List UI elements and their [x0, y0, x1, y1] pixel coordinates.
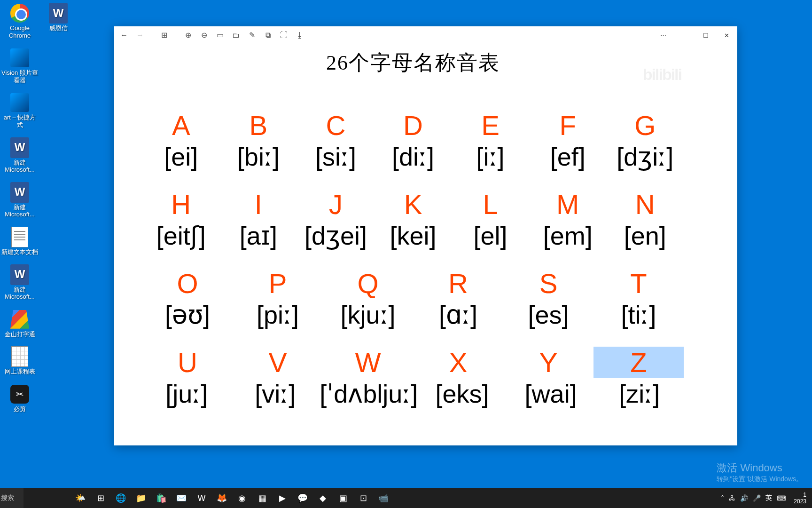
phonetic-cell: [ɑː] [413, 300, 503, 330]
phonetic-cell: [dʒiː] [606, 142, 684, 172]
letter-cell: B [220, 110, 297, 141]
chrome-task-icon[interactable]: ◉ [232, 488, 252, 508]
word-icon[interactable]: W [192, 488, 211, 508]
letter-cell: C [297, 110, 375, 141]
word-doc-letter-label: 感恩信 [49, 24, 68, 32]
tray-clock[interactable]: 1 2023 [791, 492, 809, 505]
letter-cell: P [233, 268, 323, 299]
text-doc[interactable]: 新建文本文档 [1, 226, 39, 256]
letter-cell: A [142, 110, 220, 141]
close-button[interactable]: ✕ [716, 26, 737, 44]
letter-cell: Y [503, 347, 593, 378]
letter-row: ABCDEFG [142, 110, 684, 141]
edge-icon[interactable]: 🌐 [111, 488, 131, 508]
word-doc-2[interactable]: 新建 Microsoft... [1, 181, 39, 218]
phonetic-cell: [ef] [529, 142, 607, 171]
app-2-icon[interactable]: ▶ [273, 488, 292, 508]
edit-icon[interactable]: ✎ [245, 28, 259, 42]
typing-app-label: 金山打字通 [5, 331, 35, 338]
typing-app[interactable]: 金山打字通 [1, 308, 39, 338]
activate-subtitle: 转到"设置"以激活 Windows。 [717, 475, 803, 484]
zoom-out-icon[interactable]: ⊖ [197, 28, 211, 42]
word-doc-1[interactable]: 新建 Microsoft... [1, 136, 39, 174]
shortcut-icon-label: art – 快捷方式 [1, 114, 39, 128]
tray-date: 2023 [794, 498, 806, 505]
fullscreen-icon[interactable]: ⛶ [277, 28, 291, 42]
letter-cell: G [606, 110, 684, 141]
maximize-button[interactable]: ☐ [695, 26, 716, 44]
tray-chevron-icon[interactable]: ˄ [721, 494, 724, 502]
shortcut-icon[interactable]: art – 快捷方式 [1, 91, 39, 128]
word-doc-2-label: 新建 Microsoft... [1, 204, 39, 218]
phonetic-cell: [ziː] [595, 379, 684, 409]
letter-row: UVWXYZ [142, 347, 684, 378]
tray-ime-icon[interactable]: 英 [765, 494, 772, 502]
phonetic-cell: [en] [606, 221, 684, 250]
word-doc-letter[interactable]: 感恩信 [39, 2, 77, 32]
letter-cell: Z [593, 347, 684, 378]
fit-icon[interactable]: ▭ [213, 28, 227, 42]
bixu-app-image: ✂ [8, 383, 31, 405]
word-doc-3-label: 新建 Microsoft... [1, 286, 39, 301]
letter-cell: L [452, 189, 529, 220]
text-doc-image [8, 226, 31, 248]
minimize-button[interactable]: — [674, 26, 695, 44]
letter-cell: N [606, 189, 684, 220]
phonetic-cell: [juː] [142, 379, 231, 409]
letter-cell: R [413, 268, 503, 299]
word-doc-2-image [8, 181, 31, 204]
app-1-icon[interactable]: ▦ [252, 488, 272, 508]
alphabet-grid: ABCDEFG[ei][biː][siː][diː][iː][ef][dʒiː]… [142, 110, 684, 409]
taskbar: 搜索 🌤️⊞🌐📁🛍️✉️W🦊◉▦▶💬◆▣⊡📹 ˄ 🖧 🔊 🎤 英 ⌨ 1 202… [0, 488, 812, 508]
letter-cell: W [323, 347, 413, 378]
letter-cell: E [452, 110, 529, 141]
wechat-icon[interactable]: 💬 [293, 488, 312, 508]
phonetic-cell: [em] [529, 221, 607, 250]
taskbar-search[interactable]: 搜索 [0, 488, 23, 508]
phonetic-cell: [dʒei] [297, 221, 375, 251]
app-6-icon[interactable]: 📹 [374, 488, 393, 508]
bixu-app-label: 必剪 [14, 405, 26, 413]
phonetic-cell: [ei] [142, 142, 220, 171]
zoom-in-icon[interactable]: ⊕ [181, 28, 195, 42]
phonetic-cell: [aɪ] [220, 221, 297, 251]
back-icon[interactable]: ← [117, 28, 131, 42]
store-icon[interactable]: 🛍️ [151, 488, 171, 508]
letter-cell: F [529, 110, 607, 141]
activate-title: 激活 Windows [717, 461, 803, 475]
schedule[interactable]: 网上课程表 [1, 345, 39, 375]
app-3-icon[interactable]: ◆ [313, 488, 333, 508]
explorer-icon[interactable]: 📁 [131, 488, 151, 508]
tray-time: 1 [794, 492, 806, 498]
phonetic-cell: [kei] [375, 221, 452, 250]
taskview-icon[interactable]: ⊞ [91, 488, 110, 508]
folder-icon[interactable]: 🗀 [229, 28, 243, 42]
vision-icon-image [8, 47, 31, 69]
phonetic-cell: [kjuː] [323, 300, 413, 330]
vision-icon[interactable]: Vision 照片查看器 [1, 47, 39, 84]
bixu-app[interactable]: ✂必剪 [1, 383, 39, 413]
app-4-icon[interactable]: ▣ [333, 488, 353, 508]
weather-icon[interactable]: 🌤️ [70, 488, 90, 508]
copy-icon[interactable]: ⧉ [261, 28, 275, 42]
vision-icon-label: Vision 照片查看器 [1, 69, 39, 84]
desktop-icons-col-2: 感恩信 [39, 2, 77, 32]
letter-cell: O [142, 268, 233, 299]
mail-icon[interactable]: ✉️ [172, 488, 191, 508]
word-doc-3[interactable]: 新建 Microsoft... [1, 263, 39, 301]
tray-sound-icon[interactable]: 🔊 [740, 494, 748, 502]
system-tray: ˄ 🖧 🔊 🎤 英 ⌨ 1 2023 [721, 488, 812, 508]
letter-cell: I [220, 189, 297, 220]
gallery-icon[interactable]: ⊞ [157, 28, 171, 42]
download-icon[interactable]: ⭳ [293, 28, 307, 42]
document-page: 26个字母名称音表 bilibili ABCDEFG[ei][biː][siː]… [114, 44, 712, 445]
tray-network-icon[interactable]: 🖧 [729, 494, 735, 502]
tray-keyboard-icon[interactable]: ⌨ [777, 494, 786, 502]
schedule-label: 网上课程表 [5, 368, 35, 375]
phonetic-cell: [biː] [220, 142, 297, 172]
more-button[interactable]: ⋯ [653, 26, 674, 44]
app-5-icon[interactable]: ⊡ [353, 488, 373, 508]
tray-mic-icon[interactable]: 🎤 [753, 494, 761, 502]
chrome-icon[interactable]: Google Chrome [1, 2, 39, 39]
firefox-icon[interactable]: 🦊 [212, 488, 232, 508]
